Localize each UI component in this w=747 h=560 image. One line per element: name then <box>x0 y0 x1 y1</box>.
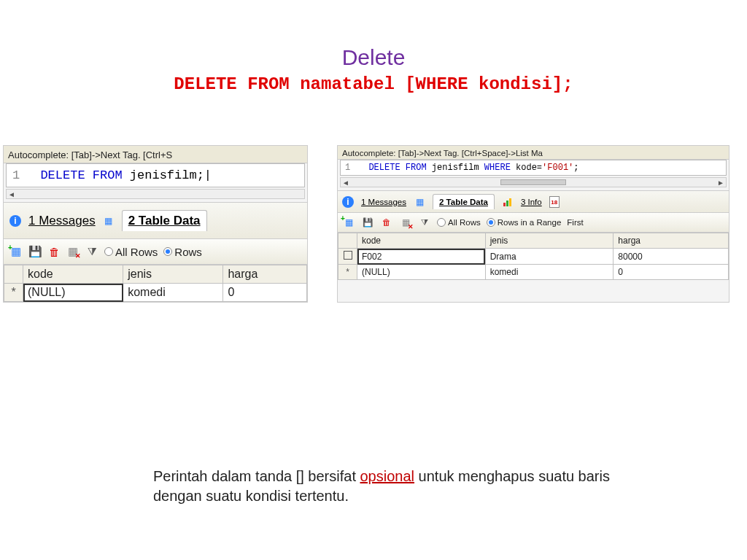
tab-messages[interactable]: 1 Messages <box>361 198 406 206</box>
result-tabs: i 1 Messages ▦ 2 Table Data <box>4 202 307 239</box>
filter-icon[interactable]: ⧩ <box>418 216 431 229</box>
sql-editor[interactable]: 1 DELETE FROM jenisfilm WHERE kode='F001… <box>340 160 727 176</box>
table-row[interactable]: F002 Drama 80000 <box>338 249 729 265</box>
label-first: First <box>567 218 583 227</box>
line-number: 1 <box>12 168 20 182</box>
tab-messages[interactable]: 1 Messages <box>28 214 96 228</box>
grid-icon: ▦ <box>103 215 115 227</box>
add-row-icon[interactable]: ▦ <box>9 245 23 258</box>
info-icon: i <box>9 215 21 227</box>
autocomplete-hint: Autocomplete: [Tab]->Next Tag. [Ctrl+Spa… <box>338 146 729 160</box>
delete-grid-icon[interactable]: ▦ <box>66 245 80 258</box>
table-row[interactable]: * (NULL) komedi 0 <box>4 284 307 302</box>
slide-caption: Perintah dalam tanda [] bersifat opsiona… <box>153 467 620 506</box>
line-number: 1 <box>345 163 350 173</box>
tab-info[interactable]: 3 Info <box>521 198 542 206</box>
filter-icon[interactable]: ⧩ <box>85 245 98 258</box>
radio-all-rows[interactable]: All Rows <box>104 246 158 258</box>
grid-icon: ▦ <box>414 196 425 208</box>
add-row-icon[interactable]: ▦ <box>342 216 355 229</box>
sql-syntax-template: DELETE FROM namatabel [WHERE kondisi]; <box>0 74 747 94</box>
delete-icon[interactable]: 🗑 <box>380 216 393 229</box>
screenshot-left: Autocomplete: [Tab]->Next Tag. [Ctrl+S 1… <box>3 145 308 303</box>
delete-icon[interactable]: 🗑 <box>47 245 61 258</box>
save-icon[interactable]: 💾 <box>28 245 42 258</box>
svg-rect-0 <box>503 203 506 206</box>
table-row[interactable]: * (NULL) komedi 0 <box>338 265 729 280</box>
save-icon[interactable]: 💾 <box>361 216 374 229</box>
autocomplete-hint: Autocomplete: [Tab]->Next Tag. [Ctrl+S <box>4 146 307 163</box>
tab-table-data[interactable]: 2 Table Data <box>433 194 495 209</box>
radio-all-rows[interactable]: All Rows <box>437 218 481 227</box>
result-grid[interactable]: kode jenis harga * (NULL) komedi 0 <box>4 265 307 302</box>
radio-rows-range[interactable]: Rows <box>163 246 202 258</box>
row-checkbox[interactable] <box>338 249 357 265</box>
info-icon: i <box>342 196 354 208</box>
tab-table-data[interactable]: 2 Table Data <box>122 210 207 231</box>
result-tabs: i 1 Messages ▦ 2 Table Data 3 Info 18 <box>338 190 729 213</box>
horizontal-scrollbar[interactable]: ◄ <box>6 189 305 199</box>
result-grid[interactable]: kode jenis harga F002 Drama 80000 * (NUL… <box>338 233 729 280</box>
screenshot-right: Autocomplete: [Tab]->Next Tag. [Ctrl+Spa… <box>337 145 729 303</box>
svg-rect-1 <box>506 201 508 206</box>
chart-icon <box>502 196 514 208</box>
svg-rect-2 <box>509 198 511 206</box>
calendar-icon: 18 <box>549 196 560 208</box>
horizontal-scrollbar[interactable]: ◄► <box>340 177 727 187</box>
sql-editor[interactable]: 1 DELETE FROM jenisfilm;| <box>6 163 305 187</box>
slide-title: Delete <box>0 45 747 70</box>
grid-toolbar: ▦ 💾 🗑 ▦ ⧩ All Rows Rows in a Range First <box>338 213 729 233</box>
grid-toolbar: ▦ 💾 🗑 ▦ ⧩ All Rows Rows <box>4 239 307 265</box>
delete-grid-icon[interactable]: ▦ <box>399 216 412 229</box>
radio-rows-range[interactable]: Rows in a Range <box>487 218 562 227</box>
